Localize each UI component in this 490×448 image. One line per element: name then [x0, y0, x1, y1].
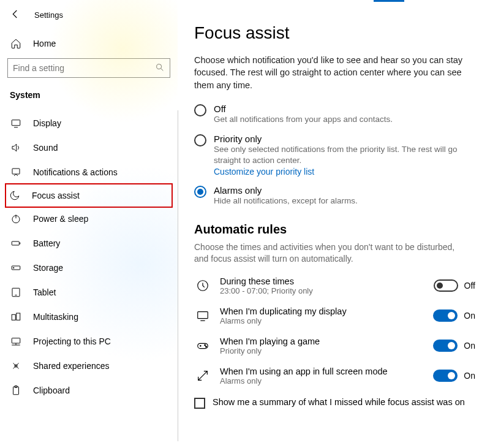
main-panel: Focus assist Choose which notification y…	[178, 0, 490, 448]
home-icon	[10, 37, 22, 50]
sidebar-item-label: Power & sleep	[33, 214, 88, 224]
home-button[interactable]: Home	[6, 31, 172, 56]
checkbox-icon[interactable]	[194, 398, 205, 409]
toggle-fullscreen-app[interactable]	[433, 370, 458, 382]
storage-icon	[10, 262, 22, 274]
sidebar-item-display[interactable]: Display	[6, 111, 172, 135]
sidebar-item-label: Projecting to this PC	[33, 336, 111, 346]
sidebar-item-label: Sound	[33, 143, 58, 153]
toggle-state: On	[464, 341, 475, 351]
toggle-state: Off	[464, 281, 475, 290]
checkbox-label: Show me a summary of what I missed while…	[213, 397, 465, 408]
game-icon	[194, 339, 211, 352]
svg-rect-15	[198, 312, 208, 319]
sidebar-item-label: Clipboard	[33, 385, 70, 395]
sidebar-item-notifications[interactable]: Notifications & actions	[6, 160, 172, 184]
radio-alarms-only[interactable]: Alarms only Hide all notifications, exce…	[194, 185, 475, 207]
radio-icon	[194, 134, 206, 146]
sidebar-item-label: Shared experiences	[33, 361, 110, 371]
sidebar-item-focus-assist[interactable]: Focus assist	[5, 183, 173, 208]
sidebar-item-tablet[interactable]: Tablet	[6, 280, 172, 305]
toggle-state: On	[464, 311, 475, 321]
sidebar-item-label: Storage	[33, 263, 63, 273]
sidebar: Settings Home System Display Sound Notif…	[0, 0, 178, 448]
focus-assist-icon	[9, 189, 21, 202]
sidebar-item-label: Notifications & actions	[33, 167, 118, 177]
notifications-icon	[10, 166, 22, 178]
search-icon	[155, 63, 165, 74]
customize-priority-link[interactable]: Customize your priority list	[214, 167, 475, 177]
svg-point-6	[13, 267, 15, 268]
rule-sub: 23:00 - 07:00; Priority only	[220, 286, 425, 295]
toggle-during-times[interactable]	[434, 279, 458, 292]
page-description: Choose which notification you'd like to …	[194, 54, 464, 91]
radio-sub: Hide all notifications, except for alarm…	[214, 196, 358, 207]
svg-rect-9	[17, 313, 20, 320]
automatic-rules-heading: Automatic rules	[194, 222, 475, 237]
toggle-playing-game[interactable]	[433, 340, 458, 352]
rule-duplicating-display[interactable]: When I'm duplicating my display Alarms o…	[194, 306, 475, 325]
rule-label: When I'm duplicating my display	[220, 306, 424, 316]
svg-point-0	[157, 64, 162, 69]
radio-sub: Get all notifications from your apps and…	[214, 114, 393, 125]
rule-sub: Alarms only	[220, 376, 424, 385]
automatic-rules-description: Choose the times and activities when you…	[194, 241, 464, 265]
rule-during-these-times[interactable]: During these times 23:00 - 07:00; Priori…	[194, 276, 475, 295]
summary-checkbox-row[interactable]: Show me a summary of what I missed while…	[194, 397, 475, 409]
rule-sub: Alarms only	[220, 316, 424, 325]
multitasking-icon	[10, 311, 22, 323]
toggle-duplicating-display[interactable]	[433, 309, 458, 322]
sidebar-item-label: Tablet	[33, 287, 56, 297]
projecting-icon	[10, 335, 22, 347]
svg-rect-4	[12, 241, 19, 245]
sidebar-item-shared[interactable]: Shared experiences	[6, 354, 172, 378]
clipboard-icon	[10, 384, 22, 397]
clock-icon	[194, 279, 211, 292]
sidebar-item-sound[interactable]: Sound	[6, 135, 172, 160]
home-label: Home	[33, 39, 56, 48]
sidebar-item-projecting[interactable]: Projecting to this PC	[6, 329, 172, 354]
nav-list: Display Sound Notifications & actions Fo…	[6, 111, 172, 403]
sound-icon	[10, 142, 22, 154]
sidebar-item-label: Multitasking	[33, 312, 78, 322]
radio-off[interactable]: Off Get all notifications from your apps…	[194, 104, 475, 125]
window-accent	[374, 0, 404, 2]
tablet-icon	[10, 286, 22, 298]
sidebar-item-clipboard[interactable]: Clipboard	[6, 378, 172, 403]
radio-priority-only[interactable]: Priority only See only selected notifica…	[194, 134, 475, 176]
search-input[interactable]	[7, 58, 170, 78]
radio-icon	[194, 186, 206, 198]
rule-fullscreen-app[interactable]: When I'm using an app in full screen mod…	[194, 366, 475, 385]
radio-label: Off	[214, 104, 393, 114]
sidebar-item-label: Focus assist	[32, 191, 80, 200]
sidebar-item-battery[interactable]: Battery	[6, 231, 172, 256]
svg-point-17	[205, 345, 206, 346]
radio-label: Priority only	[214, 134, 475, 144]
rule-sub: Priority only	[220, 346, 424, 355]
svg-rect-1	[12, 120, 20, 126]
monitor-icon	[194, 309, 211, 322]
svg-point-18	[206, 346, 207, 347]
svg-rect-10	[12, 338, 20, 343]
rule-label: When I'm using an app in full screen mod…	[220, 366, 424, 376]
page-title: Focus assist	[194, 23, 475, 43]
radio-sub: See only selected notifications from the…	[214, 144, 475, 166]
svg-rect-2	[12, 169, 20, 174]
sidebar-item-label: Display	[33, 118, 61, 128]
toggle-state: On	[464, 371, 475, 381]
sidebar-item-multitasking[interactable]: Multitasking	[6, 305, 172, 329]
rule-label: During these times	[220, 276, 425, 286]
sidebar-item-power[interactable]: Power & sleep	[6, 207, 172, 231]
display-icon	[10, 117, 22, 129]
power-icon	[10, 213, 22, 225]
sidebar-item-storage[interactable]: Storage	[6, 256, 172, 280]
sidebar-item-label: Battery	[33, 238, 60, 248]
category-label: System	[6, 86, 172, 107]
fullscreen-icon	[194, 369, 211, 382]
rule-label: When I'm playing a game	[220, 336, 424, 346]
app-title: Settings	[34, 10, 63, 20]
rule-playing-game[interactable]: When I'm playing a game Priority only On	[194, 336, 475, 355]
search-field[interactable]	[13, 63, 155, 73]
battery-icon	[10, 237, 22, 249]
back-icon[interactable]	[10, 9, 21, 21]
